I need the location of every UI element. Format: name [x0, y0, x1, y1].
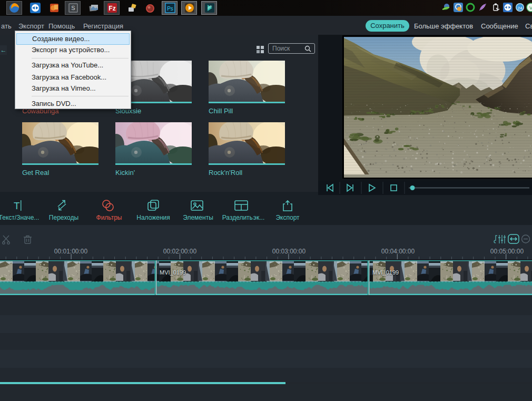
svg-text:S: S — [71, 5, 75, 11]
svg-text:V: V — [529, 5, 532, 11]
svg-text:Ps: Ps — [167, 6, 173, 12]
svg-text:T: T — [14, 200, 20, 211]
svg-text:24: 24 — [518, 6, 523, 11]
svg-text:Fz: Fz — [109, 5, 115, 12]
